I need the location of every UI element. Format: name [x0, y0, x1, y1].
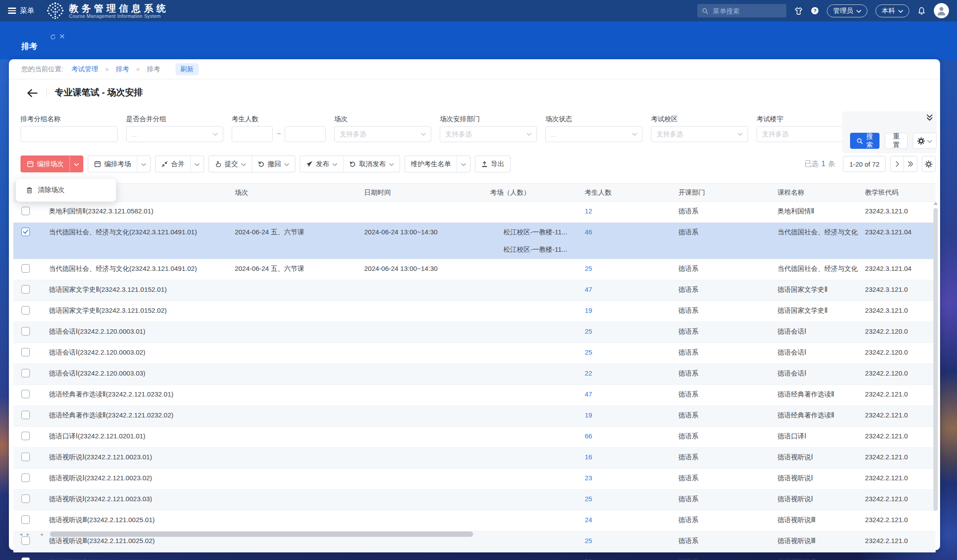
row-checkbox[interactable]	[21, 411, 30, 419]
filter-input-candidate-count-max[interactable]	[285, 126, 326, 142]
menu-search-input[interactable]	[712, 7, 781, 15]
horizontal-scrollbar-thumb[interactable]	[50, 531, 473, 537]
arrange-session-dropdown-button[interactable]	[70, 156, 83, 172]
search-button[interactable]: 搜索	[850, 133, 879, 149]
scroll-left-icon[interactable]: ◂	[20, 531, 22, 537]
back-button[interactable]	[20, 87, 40, 98]
unpublish-button[interactable]: 取消发布	[343, 156, 400, 172]
candidate-count-link[interactable]: 25	[585, 537, 592, 544]
table-row[interactable]: 德语经典著作选读Ⅱ(23242.2.121.0232.02)19德语系德语经典著…	[13, 406, 936, 427]
table-row[interactable]: 德语视听说Ⅰ(23242.2.121.0023.01)16德语系德语视听说Ⅰ23…	[13, 448, 936, 469]
collapse-filters-icon[interactable]	[924, 112, 935, 123]
candidate-count-link[interactable]: 66	[585, 432, 592, 440]
filter-select-merged[interactable]: ...	[126, 126, 223, 142]
row-checkbox[interactable]	[21, 264, 30, 273]
candidate-count-link[interactable]: 19	[585, 411, 592, 419]
row-checkbox[interactable]	[21, 515, 30, 524]
publish-button[interactable]: 发布	[300, 156, 343, 172]
row-checkbox[interactable]	[21, 207, 30, 215]
candidate-count-link[interactable]: 12	[585, 207, 592, 215]
tab-exam-arrangement[interactable]: 排考	[21, 41, 37, 52]
filter-select-session-dept[interactable]: 支持多选	[440, 126, 537, 142]
row-checkbox[interactable]	[21, 327, 30, 335]
scroll-left-icon[interactable]: ◂	[40, 531, 43, 537]
row-checkbox[interactable]	[21, 390, 30, 398]
filter-select-session-status[interactable]: ...	[545, 126, 642, 142]
row-checkbox[interactable]	[21, 348, 30, 356]
reset-button[interactable]: 重置	[885, 133, 908, 149]
table-settings-button[interactable]	[922, 156, 936, 172]
arrange-room-dropdown-button[interactable]	[137, 156, 150, 172]
row-checkbox[interactable]	[21, 536, 30, 545]
scroll-right-icon[interactable]: ▸	[27, 531, 29, 537]
row-checkbox[interactable]	[21, 228, 30, 236]
arrange-room-button[interactable]: 编排考场	[88, 156, 137, 172]
submit-button[interactable]: 提交	[209, 156, 252, 172]
export-button[interactable]: 导出	[475, 156, 510, 172]
row-checkbox[interactable]	[21, 474, 30, 482]
filter-input-candidate-count-min[interactable]	[232, 126, 273, 142]
filter-select-session[interactable]: 支持多选	[334, 126, 431, 142]
candidate-count-link[interactable]: 24	[585, 516, 592, 523]
filter-select-exam-campus[interactable]: 支持多选	[651, 126, 748, 142]
maintain-candidates-dropdown-button[interactable]	[457, 156, 470, 172]
table-row[interactable]: 德语国家文学史Ⅱ(23242.3.121.0152.02)19德语系德语国家文学…	[13, 301, 936, 322]
table-row[interactable]: 当代德国社会、经济与文化(23242.3.121.0491.02)2024-06…	[13, 259, 936, 280]
filter-select-exam-building[interactable]: 支持多选	[757, 126, 854, 142]
vertical-scrollbar-thumb[interactable]	[933, 208, 938, 511]
candidate-count-link[interactable]: 16	[585, 453, 592, 461]
row-checkbox[interactable]	[21, 306, 30, 315]
row-checkbox[interactable]	[21, 453, 30, 461]
table-row[interactable]: 德语会话Ⅰ(23242.2.120.0003.02)25德语系德语会话Ⅰ2324…	[13, 343, 936, 364]
table-row[interactable]: 德语国家文学史Ⅱ(23242.3.121.0152.01)47德语系德语国家文学…	[13, 280, 936, 301]
table-row[interactable]: 德语会话Ⅰ(23242.2.120.0003.03)22德语系德语会话Ⅰ2324…	[13, 364, 936, 385]
candidate-count-link[interactable]: 25	[585, 348, 592, 356]
withdraw-button[interactable]: 撤回	[252, 156, 295, 172]
table-row[interactable]: 德语视听说Ⅲ(23242.2.121.0025.03)23德语系德语视听说Ⅲ23…	[13, 552, 936, 560]
table-row[interactable]: 德语经典著作选读Ⅱ(23242.2.121.0232.01)47德语系德语经典著…	[13, 385, 936, 406]
row-checkbox[interactable]	[21, 369, 30, 377]
scroll-up-icon[interactable]	[933, 202, 938, 205]
breadcrumb-item[interactable]: 考试管理	[71, 65, 98, 74]
candidate-count-link[interactable]: 19	[585, 307, 592, 314]
next-page-button[interactable]	[890, 156, 904, 172]
candidate-count-link[interactable]: 46	[585, 228, 592, 236]
role-switcher[interactable]: 管理员	[827, 4, 867, 17]
breadcrumb-item[interactable]: 排考	[116, 65, 129, 74]
table-row[interactable]: 德语口译Ⅰ(23242.2.121.0201.01)66德语系德语口译Ⅰ2324…	[13, 427, 936, 448]
merge-button[interactable]: 合并	[155, 156, 190, 172]
refresh-button[interactable]: 刷新	[176, 63, 199, 75]
row-checkbox[interactable]	[21, 285, 30, 294]
merge-dropdown-button[interactable]	[190, 156, 204, 172]
table-row[interactable]: 德语会话Ⅰ(23242.2.120.0003.01)25德语系德语会话Ⅰ2324…	[13, 322, 936, 343]
table-row[interactable]: 德语视听说Ⅲ(23242.2.121.0025.01)24德语系德语视听说Ⅲ23…	[13, 511, 936, 531]
horizontal-scrollbar[interactable]: ◂ ▸ ◂	[20, 531, 473, 537]
candidate-count-link[interactable]: 25	[585, 327, 592, 335]
maintain-candidates-button[interactable]: 维护考生名单	[405, 156, 457, 172]
notifications-bell-icon[interactable]	[917, 7, 926, 15]
candidate-count-link[interactable]: 23	[585, 474, 592, 482]
candidate-count-link[interactable]: 47	[585, 286, 592, 293]
candidate-count-link[interactable]: 25	[585, 495, 592, 503]
user-avatar[interactable]	[934, 3, 949, 18]
context-menu-item-clear-session[interactable]: 清除场次	[16, 181, 116, 199]
help-icon[interactable]: ?	[811, 7, 819, 15]
table-row[interactable]: 德语视听说Ⅰ(23242.2.121.0023.02)23德语系德语视听说Ⅰ23…	[13, 469, 936, 490]
row-checkbox[interactable]	[21, 557, 30, 560]
menu-search[interactable]	[697, 4, 786, 17]
candidate-count-link[interactable]: 23	[585, 558, 592, 560]
scope-switcher[interactable]: 本科	[875, 4, 909, 17]
menu-toggle-button[interactable]: 菜单	[8, 6, 34, 16]
table-row[interactable]: 奥地利国情Ⅱ(23242.3.121.0582.01)12德语系奥地利国情Ⅱ23…	[13, 202, 936, 223]
filter-settings-button[interactable]	[913, 133, 937, 149]
candidate-count-link[interactable]: 25	[585, 265, 592, 272]
last-page-button[interactable]	[904, 156, 917, 172]
row-checkbox[interactable]	[21, 495, 30, 503]
table-row[interactable]: 德语视听说Ⅰ(23242.2.121.0023.03)25德语系德语视听说Ⅰ23…	[13, 490, 936, 511]
tab-refresh-icon[interactable]	[50, 34, 56, 40]
table-row[interactable]: 当代德国社会、经济与文化(23242.3.121.0491.01)2024-06…	[13, 223, 936, 259]
row-checkbox[interactable]	[21, 432, 30, 440]
filter-input-group-name[interactable]	[20, 126, 118, 142]
candidate-count-link[interactable]: 47	[585, 390, 592, 398]
candidate-count-link[interactable]: 22	[585, 369, 592, 377]
